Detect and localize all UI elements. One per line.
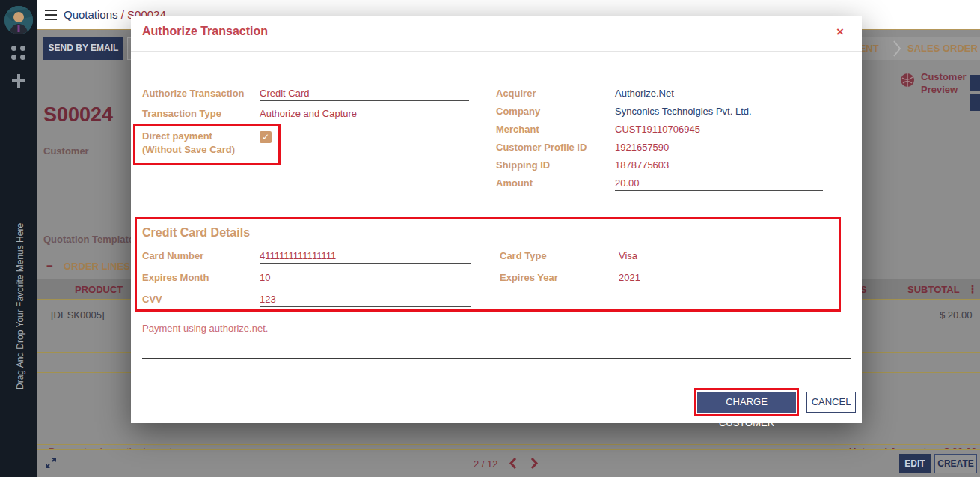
collapse-minus-icon[interactable]: − xyxy=(46,259,53,272)
clipped-smart-button-2[interactable] xyxy=(970,94,980,111)
direct-payment-checkbox[interactable]: ✓ xyxy=(260,131,272,143)
close-icon[interactable]: × xyxy=(831,23,849,41)
merchant-value: CUST19110706945 xyxy=(615,124,700,135)
cvv-input[interactable]: 123 xyxy=(260,294,471,307)
cvv-label: CVV xyxy=(142,294,162,305)
amount-label: Amount xyxy=(496,177,533,189)
create-button[interactable]: CREATE xyxy=(934,454,977,473)
tab-order-lines[interactable]: ORDER LINES xyxy=(64,261,130,272)
dialog-footer-divider xyxy=(131,383,862,383)
globe-icon xyxy=(900,73,915,88)
authorize-transaction-dialog: Authorize Transaction × Authorize Transa… xyxy=(131,16,862,423)
amount-input[interactable]: 20.00 xyxy=(615,177,823,191)
expires-year-label: Expires Year xyxy=(500,272,558,283)
transaction-type-label: Transaction Type xyxy=(142,108,221,119)
breadcrumb-quotations[interactable]: Quotations xyxy=(64,8,118,21)
acquirer-value[interactable]: Authorize.Net xyxy=(615,88,674,99)
annotation-charge-customer: CHARGE CUSTOMER xyxy=(694,388,799,416)
charge-customer-button[interactable]: CHARGE CUSTOMER xyxy=(697,392,796,413)
app-sidebar: Drag And Drop Your Favorite Menus Here xyxy=(0,0,37,477)
expires-month-input[interactable]: 10 xyxy=(260,272,471,285)
footer-bar: 2 / 12 EDIT CREATE xyxy=(37,449,980,477)
message-input-line[interactable] xyxy=(142,358,851,359)
shipping-id-value: 1878775603 xyxy=(615,159,669,171)
send-by-email-button[interactable]: SEND BY EMAIL xyxy=(43,37,123,60)
credit-card-details-heading: Credit Card Details xyxy=(142,226,250,240)
avatar-person-icon xyxy=(4,6,33,34)
company-value[interactable]: Synconics Technolgies Pvt. Ltd. xyxy=(615,106,752,117)
authorize-transaction-label: Authorize Transaction xyxy=(142,88,245,99)
expires-year-input[interactable]: 2021 xyxy=(619,272,823,285)
payment-message: Payment using authorize.net. xyxy=(142,323,268,334)
menu-icon[interactable] xyxy=(45,10,57,20)
company-label: Company xyxy=(496,106,540,117)
apps-grid-icon[interactable] xyxy=(11,46,26,61)
acquirer-label: Acquirer xyxy=(496,88,536,99)
table-options-kebab-icon[interactable]: ⋮ xyxy=(967,283,978,295)
authorize-transaction-input[interactable]: Credit Card xyxy=(260,88,469,101)
status-chevron-icon xyxy=(892,40,901,58)
customer-profile-id-value: 1921657590 xyxy=(615,142,669,153)
direct-payment-label-line1: Direct payment xyxy=(142,130,212,142)
column-product[interactable]: PRODUCT xyxy=(75,284,123,295)
expand-icon[interactable] xyxy=(45,457,57,469)
card-type-value: Visa xyxy=(619,250,637,261)
direct-payment-label-line2: (Without Save Card) xyxy=(142,144,235,155)
pager-previous-icon[interactable] xyxy=(509,457,518,470)
sidebar-drag-hint: Drag And Drop Your Favorite Menus Here xyxy=(15,223,25,389)
clipped-smart-button-1[interactable] xyxy=(970,75,980,91)
dialog-title: Authorize Transaction xyxy=(142,25,268,38)
expires-month-label: Expires Month xyxy=(142,272,209,283)
card-type-label: Card Type xyxy=(500,250,547,261)
cancel-button[interactable]: CANCEL xyxy=(806,392,856,413)
add-menu-plus-icon[interactable] xyxy=(10,72,28,90)
card-number-input[interactable]: 4111111111111111 xyxy=(260,250,471,264)
card-number-label: Card Number xyxy=(142,250,203,261)
column-subtotal[interactable]: SUBTOTAL xyxy=(907,284,960,295)
customer-profile-id-label: Customer Profile ID xyxy=(496,142,587,153)
shipping-id-label: Shipping ID xyxy=(496,159,550,171)
transaction-type-input[interactable]: Authorize and Capture xyxy=(260,108,469,121)
status-stage-sales-order[interactable]: SALES ORDER xyxy=(907,43,978,54)
table-row-subtotal[interactable]: $ 20.00 xyxy=(940,309,972,320)
pager-count: 2 / 12 xyxy=(474,458,498,470)
customer-label: Customer xyxy=(43,145,89,157)
quotation-template-label: Quotation Template xyxy=(43,234,134,245)
edit-button[interactable]: EDIT xyxy=(899,454,931,473)
record-title: S00024 xyxy=(43,103,113,127)
dialog-header-divider xyxy=(131,51,862,52)
user-avatar[interactable] xyxy=(4,6,33,34)
table-row-product[interactable]: [DESK0005] xyxy=(51,309,105,320)
pager-next-icon[interactable] xyxy=(530,457,539,470)
table-bottom-line xyxy=(37,444,980,445)
merchant-label: Merchant xyxy=(496,124,539,135)
